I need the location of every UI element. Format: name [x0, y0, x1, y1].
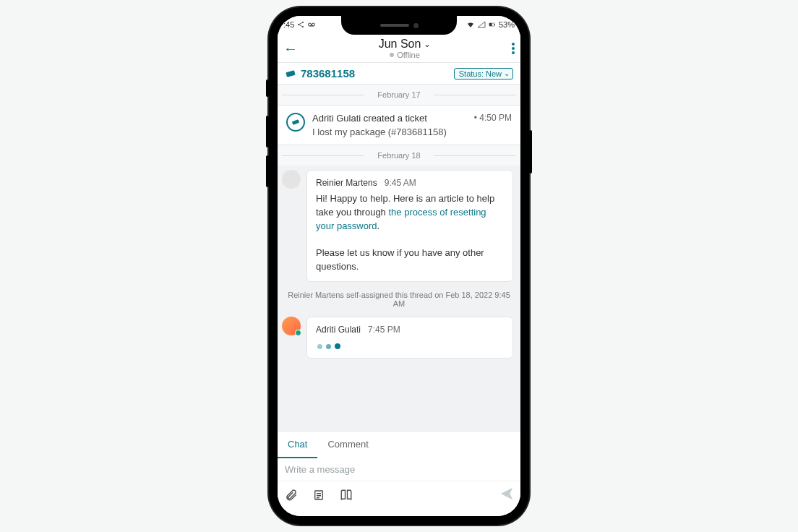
svg-point-4 [312, 23, 315, 26]
nav-back-icon[interactable]: ‹ [359, 500, 363, 512]
notch [341, 16, 457, 35]
date-separator: February 17 [278, 85, 520, 105]
ticket-id: 783681158 [301, 67, 355, 80]
status-label: Status: [459, 69, 484, 78]
phone-power-button [529, 130, 532, 173]
presence-dot-online [295, 330, 301, 336]
phone-mute-button [266, 80, 269, 97]
ticket-created-event: Adriti Gulati created a ticket • 4:50 PM… [278, 105, 520, 145]
sender-name: Adriti Gulati [316, 325, 361, 335]
back-button[interactable]: ← [283, 40, 298, 57]
more-menu-button[interactable] [512, 43, 515, 54]
status-time: :45 [283, 20, 294, 29]
svg-rect-8 [494, 24, 495, 25]
chevron-down-icon: ⌄ [504, 69, 510, 77]
event-actor: Adriti Gulati created a ticket [312, 113, 427, 124]
message-input[interactable] [285, 464, 513, 475]
status-value: New [486, 69, 502, 78]
screen: :45 53% ← Jun Son ⌄ [278, 16, 520, 516]
event-subject: I lost my package (#783681158) [312, 126, 512, 137]
date-separator: February 18 [278, 145, 520, 166]
message-bubble-typing: Adriti Gulati 7:45 PM [306, 317, 513, 359]
message-time: 7:45 PM [368, 325, 400, 335]
message-row: Reinier Martens 9:45 AM Hi! Happy to hel… [278, 166, 520, 286]
typing-indicator [316, 339, 504, 351]
battery-percent: 53% [499, 20, 515, 29]
ticket-badge-icon [286, 113, 305, 132]
message-bubble: Reinier Martens 9:45 AM Hi! Happy to hel… [306, 170, 513, 282]
tab-comment[interactable]: Comment [317, 432, 378, 458]
svg-point-1 [302, 22, 304, 23]
signal-icon [477, 20, 486, 29]
contact-name: Jun Son [379, 38, 421, 51]
ticket-icon [285, 68, 296, 80]
svg-rect-7 [489, 23, 492, 26]
composer-tabs: Chat Comment [278, 431, 520, 458]
chevron-down-icon: ⌄ [424, 39, 431, 49]
chat-header: ← Jun Son ⌄ Offline [278, 33, 520, 63]
message-thread[interactable]: February 17 Adriti Gulati created a tick… [278, 85, 520, 431]
avatar[interactable] [282, 317, 301, 335]
android-nav: ‹ [278, 499, 520, 513]
header-title-wrap[interactable]: Jun Son ⌄ Offline [302, 38, 507, 59]
phone-frame: :45 53% ← Jun Son ⌄ [269, 7, 529, 525]
svg-point-0 [298, 24, 299, 25]
svg-rect-10 [292, 119, 299, 125]
message-text: Please let us know if you have any other… [316, 247, 484, 272]
avatar[interactable] [282, 170, 301, 189]
tab-chat[interactable]: Chat [278, 432, 317, 458]
share-icon [296, 20, 305, 29]
battery-icon [488, 20, 497, 29]
message-row: Adriti Gulati 7:45 PM [278, 312, 520, 363]
presence-label: Offline [397, 51, 420, 59]
event-time: • 4:50 PM [474, 113, 512, 124]
phone-volume-up [266, 116, 269, 147]
system-note: Reinier Martens self-assigned this threa… [278, 286, 520, 312]
nav-home-pill[interactable] [413, 505, 439, 508]
phone-volume-down [266, 155, 269, 187]
voicemail-icon [307, 20, 316, 29]
composer [278, 458, 520, 481]
sender-name: Reinier Martens [316, 178, 377, 188]
wifi-icon [466, 20, 475, 29]
status-dropdown[interactable]: Status: New ⌄ [454, 68, 513, 80]
svg-point-3 [309, 23, 312, 26]
svg-point-2 [302, 26, 304, 27]
ticket-link[interactable]: 783681158 [285, 67, 355, 80]
svg-rect-9 [286, 70, 295, 77]
ticket-bar: 783681158 Status: New ⌄ [278, 63, 520, 85]
message-time: 9:45 AM [385, 178, 416, 188]
presence-dot-offline [390, 53, 394, 57]
